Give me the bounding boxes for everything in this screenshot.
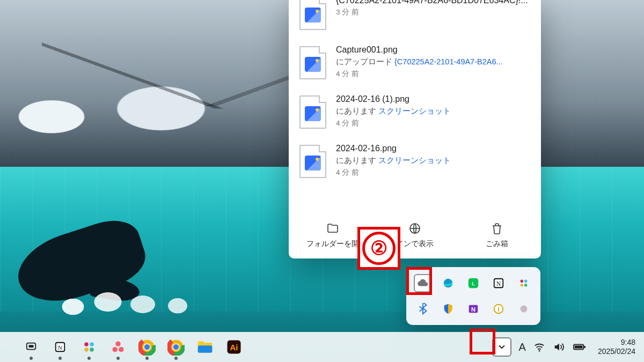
onenote-tray-icon[interactable]: N <box>464 300 482 318</box>
file-location: にアップロード {C70225A2-2101-49A7-B2A6... <box>336 57 530 67</box>
file-location: にあります スクリーンショット <box>336 106 530 116</box>
file-timestamp: 4 分 前 <box>336 69 530 79</box>
onedrive-activity-popup: {C70225A2-2101-49A7-B2A6-BD1D07E634AC}!.… <box>289 0 541 258</box>
annotation-2-target-box <box>406 267 432 295</box>
desktop-wallpaper: {C70225A2-2101-49A7-B2A6-BD1D07E634AC}!.… <box>0 0 644 362</box>
folder-icon <box>196 339 214 354</box>
chrome-icon <box>138 338 156 356</box>
slack-tray-icon[interactable] <box>515 274 533 292</box>
file-timestamp: 4 分 前 <box>336 168 530 178</box>
svg-point-25 <box>119 347 123 352</box>
trash-icon <box>491 222 503 235</box>
misc-tray-icon[interactable] <box>515 300 533 318</box>
file-thumbnail-icon <box>299 0 326 30</box>
file-item[interactable]: {C70225A2-2101-49A7-B2A6-BD1D07E634AC}!.… <box>296 0 533 38</box>
globe-icon <box>408 222 421 235</box>
file-thumbnail-icon <box>299 145 326 178</box>
file-item[interactable]: Capture001.png にアップロード {C70225A2-2101-49… <box>296 38 533 87</box>
illustrator-button[interactable]: Ai <box>224 337 244 357</box>
svg-text:L: L <box>472 281 475 286</box>
svg-point-22 <box>90 348 94 352</box>
folder-icon <box>326 222 339 235</box>
annotation-2-number: ② <box>362 232 396 265</box>
file-name: 2024-02-16 (1).png <box>336 94 530 104</box>
slack-app-button[interactable] <box>79 337 99 357</box>
svg-point-7 <box>524 280 527 283</box>
info-icon: i <box>493 303 504 315</box>
svg-point-21 <box>84 348 89 352</box>
info-tray-icon[interactable]: i <box>489 300 508 318</box>
svg-text:Ai: Ai <box>230 343 238 352</box>
svg-point-23 <box>115 342 120 346</box>
asana-app-button[interactable] <box>108 337 128 357</box>
clock-date: 2025/02/24 <box>598 347 635 357</box>
chevron-down-icon <box>497 342 507 352</box>
file-name: 2024-02-16.png <box>336 144 530 153</box>
volume-icon[interactable] <box>553 341 565 353</box>
file-location-link[interactable]: {C70225A2-2101-49A7-B2A6... <box>394 57 503 66</box>
file-name: {C70225A2-2101-49A7-B2A6-BD1D07E634AC}!.… <box>336 0 530 5</box>
svg-point-9 <box>524 284 527 287</box>
annotation-1-target-box <box>470 329 495 354</box>
recycle-bin-label: ごみ箱 <box>486 239 508 249</box>
notion-tray-icon[interactable]: N <box>489 274 508 292</box>
svg-point-8 <box>520 284 523 287</box>
file-timestamp: 4 分 前 <box>336 119 530 128</box>
svg-rect-36 <box>198 345 213 352</box>
task-view-button[interactable] <box>21 337 41 357</box>
edge-tray-icon[interactable] <box>439 274 457 292</box>
slack-icon <box>81 339 97 355</box>
file-explorer-button[interactable] <box>195 337 215 357</box>
svg-rect-41 <box>584 346 586 348</box>
bluetooth-icon <box>417 303 429 315</box>
svg-text:i: i <box>497 306 499 313</box>
svg-point-30 <box>144 344 150 350</box>
chrome-profile1-button[interactable] <box>137 337 157 357</box>
dot-icon <box>518 303 530 315</box>
file-thumbnail-icon <box>299 95 326 129</box>
file-item[interactable]: 2024-02-16.png にあります スクリーンショット 4 分 前 <box>296 136 533 186</box>
taskbar: N Ai <box>0 332 644 362</box>
svg-text:N: N <box>496 280 501 287</box>
file-name: Capture001.png <box>336 45 530 55</box>
svg-point-35 <box>173 344 179 350</box>
chrome-icon <box>167 338 185 356</box>
windows-security-tray-icon[interactable] <box>439 300 457 318</box>
open-folder-label: フォルダーを開 <box>306 239 359 249</box>
file-item[interactable]: 2024-02-16 (1).png にあります スクリーンショット 4 分 前 <box>296 87 533 136</box>
svg-text:N: N <box>471 306 475 313</box>
illustrator-icon: Ai <box>226 339 242 355</box>
asana-icon <box>111 339 126 354</box>
svg-rect-16 <box>28 345 33 348</box>
svg-point-20 <box>90 342 94 346</box>
svg-point-6 <box>520 280 523 283</box>
slack-icon <box>518 277 530 289</box>
edge-icon <box>442 277 454 289</box>
taskbar-pinned-apps: N Ai <box>21 337 244 357</box>
svg-rect-42 <box>575 345 583 349</box>
file-location: にあります スクリーンショット <box>336 156 530 166</box>
wallpaper-whale <box>16 198 188 316</box>
annotation-2-badge: ② <box>357 227 400 270</box>
svg-text:N: N <box>58 344 62 351</box>
recycle-bin-button[interactable]: ごみ箱 <box>456 222 537 249</box>
svg-point-19 <box>84 342 89 346</box>
battery-icon[interactable] <box>572 341 587 353</box>
file-thumbnail-icon <box>299 46 326 79</box>
wifi-icon[interactable] <box>533 341 545 353</box>
file-location-link[interactable]: スクリーンショット <box>378 107 451 115</box>
taskbar-system-area: A 9:48 2025/02/24 <box>492 337 639 357</box>
task-view-icon <box>25 341 37 353</box>
bluetooth-tray-icon[interactable] <box>414 300 432 318</box>
line-tray-icon[interactable]: L <box>464 274 482 292</box>
taskbar-clock[interactable]: 9:48 2025/02/24 <box>598 338 635 357</box>
file-location-link[interactable]: スクリーンショット <box>378 156 451 165</box>
ime-indicator[interactable]: A <box>519 341 526 353</box>
notion-app-button[interactable]: N <box>50 337 70 357</box>
file-timestamp: 3 分 前 <box>336 8 530 17</box>
chrome-profile2-button[interactable] <box>166 337 186 357</box>
file-list: {C70225A2-2101-49A7-B2A6-BD1D07E634AC}!.… <box>289 0 541 214</box>
notion-icon: N <box>493 277 504 289</box>
line-icon: L <box>467 277 479 289</box>
notion-icon: N <box>54 341 66 353</box>
